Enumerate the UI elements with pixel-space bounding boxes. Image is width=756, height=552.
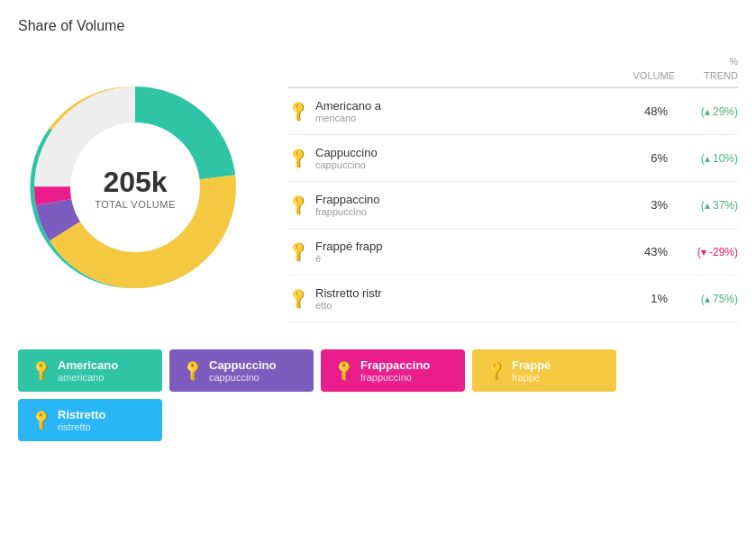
legend-trend-cappuccino: (▴ 10%) [675, 152, 738, 165]
legend-row-americano: 🔑 Americano a mericano 48% (▴ 29%) [288, 88, 738, 135]
legend-name-cappuccino: Cappuccino cappuccino [315, 146, 615, 170]
legend-name-main-cappuccino: Cappuccino [315, 146, 615, 159]
badges-container: 🔑 Americano americano 🔑 Cappuccino cappu… [18, 349, 738, 441]
legend-name-main-ristretto: Ristretto ristr [315, 286, 615, 300]
badge-main-frappuccino: Frappaccino [360, 358, 430, 372]
legend-row-frappuccino: 🔑 Frappaccino frappuccino 3% (▴ 37%) [288, 182, 738, 229]
legend-name-sub-frappuccino: frappuccino [315, 206, 615, 217]
legend-icon-cappuccino: 🔑 [288, 149, 308, 168]
legend-trend-frappuccino: (▴ 37%) [675, 199, 738, 212]
badge-main-frappe: Frappé [512, 358, 551, 372]
badge-frappe[interactable]: 🔑 Frappé frappé [472, 349, 616, 392]
badge-sub-americano: americano [58, 372, 118, 383]
badge-americano[interactable]: 🔑 Americano americano [18, 349, 162, 392]
legend-icon-ristretto: 🔑 [288, 289, 308, 309]
legend-rows: 🔑 Americano a mericano 48% (▴ 29%) 🔑 Cap… [288, 88, 738, 322]
pct-header-label: % [729, 56, 738, 67]
badge-sub-cappuccino: cappuccino [209, 372, 276, 383]
legend-volume-frappe: 43% [623, 245, 668, 258]
legend-name-main-frappuccino: Frappaccino [315, 193, 615, 206]
legend-name-sub-americano: mericano [315, 113, 615, 123]
legend-name-americano: Americano a mericano [315, 99, 615, 123]
legend-table: % VOLUME TREND 🔑 Americano a mericano 48… [288, 52, 738, 322]
legend-name-sub-frappe: é [315, 253, 615, 264]
legend-trend-ristretto: (▴ 75%) [675, 293, 738, 305]
badge-icon-cappuccino: 🔑 [180, 358, 205, 384]
legend-trend-americano: (▴ 29%) [675, 105, 738, 118]
badge-frappuccino[interactable]: 🔑 Frappaccino frappuccino [321, 349, 465, 392]
legend-name-ristretto: Ristretto ristr etto [315, 286, 615, 311]
badge-icon-americano: 🔑 [29, 358, 54, 384]
badge-main-cappuccino: Cappuccino [209, 358, 276, 372]
legend-icon-frappe: 🔑 [288, 242, 308, 262]
main-content: 205k TOTAL VOLUME % VOLUME TREND 🔑 Ameri… [18, 52, 738, 322]
badge-sub-frappuccino: frappuccino [360, 372, 430, 383]
chart-center: 205k TOTAL VOLUME [95, 166, 176, 210]
legend-name-sub-cappuccino: cappuccino [315, 159, 615, 170]
badge-sub-ristretto: ristretto [58, 421, 105, 432]
key-icon-cappuccino: 🔑 [286, 146, 311, 171]
pct-header: % [288, 52, 738, 68]
badge-icon-frappe: 🔑 [483, 358, 508, 384]
legend-headers: VOLUME TREND [288, 70, 738, 88]
badge-sub-frappe: frappé [512, 372, 551, 383]
badge-icon-ristretto: 🔑 [29, 408, 54, 433]
page-title: Share of Volume [18, 18, 738, 34]
legend-trend-frappe: (▾ -29%) [675, 246, 738, 258]
legend-volume-americano: 48% [623, 104, 668, 118]
donut-chart: 205k TOTAL VOLUME [18, 70, 252, 304]
legend-volume-frappuccino: 3% [623, 198, 668, 212]
badge-cappuccino[interactable]: 🔑 Cappuccino cappuccino [169, 349, 314, 392]
badge-main-ristretto: Ristretto [58, 408, 105, 421]
legend-row-frappe: 🔑 Frappé frapp é 43% (▾ -29%) [288, 229, 738, 276]
key-icon-ristretto: 🔑 [286, 286, 311, 312]
legend-name-frappe: Frappé frapp é [315, 240, 615, 264]
legend-icon-frappuccino: 🔑 [288, 195, 308, 215]
badge-text-americano: Americano americano [58, 358, 118, 383]
badge-text-ristretto: Ristretto ristretto [58, 408, 105, 432]
badge-text-cappuccino: Cappuccino cappuccino [209, 358, 276, 383]
legend-volume-ristretto: 1% [623, 292, 668, 305]
total-value: 205k [95, 166, 176, 199]
total-label: TOTAL VOLUME [95, 199, 176, 210]
legend-name-main-frappe: Frappé frapp [315, 240, 615, 253]
badge-text-frappe: Frappé frappé [512, 358, 551, 383]
legend-row-cappuccino: 🔑 Cappuccino cappuccino 6% (▴ 10%) [288, 135, 738, 182]
badge-main-americano: Americano [58, 358, 118, 372]
legend-icon-americano: 🔑 [288, 102, 308, 122]
key-icon-frappuccino: 🔑 [286, 193, 311, 218]
key-icon-frappe: 🔑 [286, 240, 311, 265]
legend-name-frappuccino: Frappaccino frappuccino [315, 193, 615, 217]
key-icon-americano: 🔑 [286, 99, 311, 124]
legend-name-main-americano: Americano a [315, 99, 615, 113]
header-volume: VOLUME [621, 70, 675, 81]
badge-text-frappuccino: Frappaccino frappuccino [360, 358, 430, 383]
legend-volume-cappuccino: 6% [623, 151, 668, 165]
badge-icon-frappuccino: 🔑 [332, 358, 357, 384]
legend-row-ristretto: 🔑 Ristretto ristr etto 1% (▴ 75%) [288, 276, 738, 322]
badge-ristretto[interactable]: 🔑 Ristretto ristretto [18, 399, 162, 441]
header-trend: TREND [675, 70, 738, 81]
legend-name-sub-ristretto: etto [315, 300, 615, 311]
